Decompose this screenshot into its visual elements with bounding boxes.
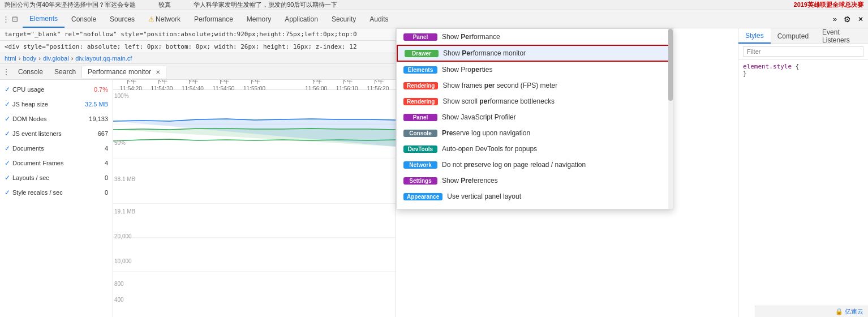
dropdown-scrollbar[interactable]: [668, 29, 673, 209]
metric-jsevent: ✓ JS event listeners 667: [0, 126, 113, 141]
inspect-icon[interactable]: ⊡: [12, 15, 18, 23]
badge-network-0: Network: [403, 161, 437, 169]
dropdown-item-appearance[interactable]: Appearance Use vertical panel layout: [397, 189, 673, 204]
dropdown-item-preserve-log[interactable]: Console Preserve log upon navigation: [397, 125, 673, 141]
left-panel: target="_blank" rel="nofollow" style="po…: [0, 28, 396, 317]
chart-svg: [113, 90, 396, 317]
el-path-divlayout[interactable]: div.layout.qq-main.cf: [75, 55, 132, 62]
metric-check-cpu: ✓: [5, 85, 10, 93]
status-text: 🔒 亿速云: [835, 307, 863, 316]
metric-value-cpu: 0.7%: [80, 86, 108, 93]
badge-rendering-1: Rendering: [403, 98, 438, 105]
tab-inner-perf-monitor[interactable]: Performance monitor ✕: [81, 66, 166, 78]
website-bar: 跨国公司为何40年来坚持选择中国？军运会专题 较真 华人科学家发明生发帽了，脱发…: [0, 0, 868, 10]
dropdown-item-show-fps[interactable]: Rendering Show frames per second (FPS) m…: [397, 78, 673, 93]
badge-rendering-0: Rendering: [403, 82, 438, 89]
dropdown-menu: Panel Show Performance Drawer Show Perfo…: [396, 28, 673, 209]
y-label-38mb: 38.1 MB: [114, 176, 135, 182]
metric-value-dom: 19,133: [80, 115, 108, 122]
warning-icon: ⚠: [148, 15, 154, 23]
badge-elements-0: Elements: [403, 66, 437, 74]
y-label-100: 100%: [114, 93, 129, 99]
dropdown-text-3: Show frames per second (FPS) meter: [442, 82, 666, 89]
tab-inner-search[interactable]: Search: [49, 66, 81, 78]
website-text1: 跨国公司为何40年来坚持选择中国？军运会专题: [5, 1, 136, 9]
close-perf-monitor-icon[interactable]: ✕: [156, 69, 160, 75]
css-open-brace: {: [796, 63, 800, 70]
metric-value-stylerecalcs: 0: [80, 189, 108, 196]
metric-check-jsevent: ✓: [5, 130, 10, 138]
chart-area: 下午11:54:20 下午11:54:30 下午11:54:40 下午11:54…: [113, 80, 396, 317]
tab-elements[interactable]: Elements: [23, 10, 65, 28]
metric-docs: ✓ Documents 4: [0, 141, 113, 156]
chart-timeline: 下午11:54:20 下午11:54:30 下午11:54:40 下午11:54…: [113, 80, 396, 90]
badge-settings-0: Settings: [403, 177, 437, 185]
dropdown-item-network-preserve[interactable]: Network Do not preserve log on page relo…: [397, 157, 673, 173]
tab-memory[interactable]: Memory: [240, 10, 278, 28]
metric-check-stylerecalcs: ✓: [5, 189, 10, 196]
status-bar: 🔒 亿速云: [755, 306, 868, 317]
y-label-50: 50%: [114, 140, 126, 146]
dropdown-text-5: Show JavaScript Profiler: [442, 113, 666, 121]
tab-styles[interactable]: Styles: [738, 28, 771, 44]
badge-performance-0: Performance: [403, 209, 445, 210]
right-panel: Panel Show Performance Drawer Show Perfo…: [396, 28, 868, 317]
styles-filter-input[interactable]: [743, 46, 863, 57]
y-label-20k: 20,000: [114, 233, 132, 239]
styles-panel: Styles Computed Event Listeners element.…: [738, 28, 868, 317]
main-layout: target="_blank" rel="nofollow" style="po…: [0, 28, 868, 317]
tab-audits[interactable]: Audits: [363, 10, 395, 28]
y-label-400: 400: [114, 297, 124, 303]
el-path-html[interactable]: html: [5, 55, 16, 62]
dropdown-scrollbar-thumb: [668, 29, 673, 101]
svg-marker-6: [113, 128, 396, 147]
dropdown-item-js-profiler[interactable]: Panel Show JavaScript Profiler: [397, 109, 673, 125]
dropdown-item-show-prefs[interactable]: Settings Show Preferences: [397, 173, 673, 189]
metric-value-layouts: 0: [80, 174, 108, 181]
dropdown-text-4: Show scroll performance bottlenecks: [442, 97, 666, 105]
y-label-10k: 10,000: [114, 258, 132, 264]
dropdown-item-show-scroll[interactable]: Rendering Show scroll performance bottle…: [397, 93, 673, 109]
tab-console[interactable]: Console: [65, 10, 103, 28]
badge-devtools-0: DevTools: [403, 145, 437, 153]
y-label-800: 800: [114, 281, 124, 287]
metric-dom: ✓ DOM Nodes 19,133: [0, 112, 113, 126]
dropdown-text-10: Use vertical panel layout: [447, 192, 666, 200]
metric-docframes: ✓ Document Frames 4: [0, 156, 113, 170]
badge-appearance-0: Appearance: [403, 193, 442, 200]
metric-value-jsheap: 32.5 MB: [80, 101, 108, 108]
metric-value-docs: 4: [80, 145, 108, 152]
tab-sources[interactable]: Sources: [103, 10, 141, 28]
perf-metrics: ✓ CPU usage 0.7% ✓ JS heap size 32.5 MB …: [0, 80, 113, 317]
tab-event-listeners[interactable]: Event Listeners: [815, 28, 868, 44]
devtools-menu-icon[interactable]: ⋮: [2, 15, 10, 23]
dropdown-text-2: Show Properties: [442, 66, 666, 74]
source-code-line2: <div style="position: absolute; left: 0p…: [0, 41, 396, 53]
el-path-body[interactable]: body: [23, 55, 36, 62]
tab-computed[interactable]: Computed: [771, 28, 815, 44]
badge-console-0: Console: [403, 130, 437, 137]
tab-security[interactable]: Security: [325, 10, 363, 28]
metric-check-jsheap: ✓: [5, 100, 10, 108]
dropdown-item-auto-open[interactable]: DevTools Auto-open DevTools for popups: [397, 141, 673, 157]
tab-application[interactable]: Application: [278, 10, 325, 28]
website-right: 2019英雄联盟全球总决赛: [794, 1, 863, 9]
settings-icon[interactable]: ⚙: [841, 15, 853, 24]
dropdown-item-show-perf-monitor[interactable]: Drawer Show Performance monitor: [397, 45, 673, 62]
dropdown-item-show-performance[interactable]: Panel Show Performance: [397, 29, 673, 45]
metric-check-dom: ✓: [5, 115, 10, 123]
tab-performance[interactable]: Performance: [187, 10, 240, 28]
devtools-tabs: ⋮ ⊡ Elements Console Sources ⚠Network Pe…: [0, 10, 868, 28]
metric-jsheap: ✓ JS heap size 32.5 MB: [0, 97, 113, 112]
el-path-divglobal[interactable]: div.global: [43, 55, 69, 62]
tab-inner-console[interactable]: Console: [12, 66, 49, 78]
dropdown-text-8: Do not preserve log on page reload / nav…: [442, 161, 666, 169]
more-tabs-icon[interactable]: »: [831, 15, 839, 23]
styles-tabs: Styles Computed Event Listeners: [738, 28, 868, 44]
dropdown-item-instrument[interactable]: Performance Instrument coverage: [397, 204, 673, 209]
source-code-line1: target="_blank" rel="nofollow" style="po…: [0, 28, 396, 41]
inner-dots-icon[interactable]: ⋮: [2, 67, 10, 76]
close-devtools-icon[interactable]: ✕: [856, 15, 866, 23]
dropdown-item-show-properties[interactable]: Elements Show Properties: [397, 62, 673, 78]
tab-network[interactable]: ⚠Network: [141, 10, 187, 28]
